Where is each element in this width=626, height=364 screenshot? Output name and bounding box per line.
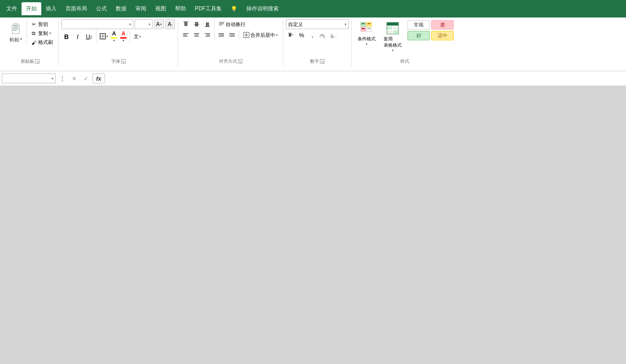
menu-item-formula[interactable]: 公式 <box>92 2 111 15</box>
svg-rect-47 <box>367 27 372 31</box>
clipboard-group-content: 粘贴 ▾ ✂ 剪切 ⧉ 复制 ▾ 🖌 格式刷 <box>4 19 56 56</box>
svg-rect-49 <box>362 28 365 29</box>
style-neutral-button[interactable]: 适中 <box>431 31 454 40</box>
menu-item-help[interactable]: 帮助 <box>171 2 190 15</box>
cut-button[interactable]: ✂ 剪切 <box>29 20 55 29</box>
merge-dropdown-icon: ▾ <box>276 33 278 37</box>
svg-rect-18 <box>206 22 207 26</box>
menu-item-pdf[interactable]: PDF工具集 <box>190 2 226 15</box>
format-painter-icon: 🖌 <box>31 39 37 46</box>
font-name-dropdown-icon: ▾ <box>129 22 131 26</box>
svg-rect-13 <box>195 22 197 24</box>
svg-rect-20 <box>219 22 224 22</box>
copy-label: 复制 <box>38 30 48 37</box>
decrease-decimal-button[interactable]: .0 .00→ <box>329 30 339 40</box>
currency-dropdown-icon: ▾ <box>291 33 293 37</box>
svg-rect-21 <box>219 23 223 24</box>
paste-button[interactable]: 粘贴 ▾ <box>4 19 27 45</box>
svg-rect-27 <box>195 35 198 35</box>
menu-item-view[interactable]: 视图 <box>151 2 171 15</box>
number-format-selector[interactable]: 自定义 ▾ <box>286 19 349 29</box>
number-group-label: 数字 ↘ <box>310 56 324 65</box>
merge-center-button[interactable]: 合并后居中 ▾ <box>241 30 280 40</box>
style-bad-button[interactable]: 差 <box>431 20 454 30</box>
svg-rect-9 <box>184 22 188 22</box>
confirm-formula-button[interactable]: ✓ <box>81 74 91 83</box>
increase-decimal-button[interactable]: .00 ←.0 <box>318 30 328 40</box>
clipboard-expand-icon[interactable]: ↘ <box>35 59 39 64</box>
table-style-button[interactable]: 套用 表格格式 ▾ <box>381 19 405 55</box>
comma-button[interactable]: , <box>307 30 317 40</box>
align-sep1 <box>214 19 215 29</box>
formula-input[interactable] <box>107 74 624 83</box>
increase-font-size-button[interactable]: A+ <box>154 19 164 29</box>
insert-function-button[interactable]: fx <box>92 74 105 83</box>
align-expand-icon[interactable]: ↘ <box>238 59 242 64</box>
wen-button[interactable]: 文 ▾ <box>132 32 142 42</box>
menu-item-review[interactable]: 审阅 <box>131 2 151 15</box>
format-painter-button[interactable]: 🖌 格式刷 <box>29 38 55 47</box>
percent-button[interactable]: % <box>297 30 306 40</box>
formula-bar-menu-button[interactable]: ⋮ <box>57 74 67 83</box>
style-row1: 常规 差 <box>407 20 454 30</box>
underline-button[interactable]: U ▾ <box>84 32 94 42</box>
auto-wrap-button[interactable]: 自动换行 <box>216 20 248 29</box>
font-size-selector[interactable]: ▾ <box>135 19 153 29</box>
align-left-button[interactable] <box>181 30 191 40</box>
decrease-indent-button[interactable] <box>216 30 226 40</box>
increase-indent-button[interactable] <box>227 30 237 40</box>
menu-item-insert[interactable]: 插入 <box>41 2 61 15</box>
cancel-formula-button[interactable]: ✕ <box>69 74 79 83</box>
align-top-button[interactable] <box>181 19 191 29</box>
font-name-selector[interactable]: ▾ <box>61 19 133 29</box>
font-expand-icon[interactable]: ↘ <box>121 59 126 64</box>
copy-dropdown-icon: ▾ <box>49 31 51 35</box>
menu-item-data[interactable]: 数据 <box>111 2 131 15</box>
copy-button[interactable]: ⧉ 复制 ▾ <box>29 29 55 38</box>
style-normal-button[interactable]: 常规 <box>407 20 430 30</box>
align-right-button[interactable] <box>202 30 212 40</box>
svg-rect-26 <box>194 33 199 34</box>
border-button[interactable]: ▾ <box>99 32 109 42</box>
menu-item-lightbulb[interactable]: 💡 <box>226 3 242 15</box>
ribbon-group-number: 自定义 ▾ ¥ ▾ % , .00 ←.0 <box>283 19 352 66</box>
align-group-content: 自动换行 <box>181 19 280 40</box>
number-expand-icon[interactable]: ↘ <box>320 59 324 64</box>
font-separator-1 <box>96 30 96 43</box>
menu-item-search[interactable]: 操作说明搜索 <box>242 2 283 15</box>
name-box[interactable]: ▾ <box>2 74 56 83</box>
bold-button[interactable]: B <box>61 32 71 42</box>
decrease-font-size-button[interactable]: A- <box>165 19 175 29</box>
font-color-button[interactable]: A ▾ <box>119 30 127 43</box>
menu-item-file[interactable]: 文件 <box>2 2 22 15</box>
font-row2: B I U ▾ ▾ <box>61 30 175 43</box>
merge-label: 合并后居中 <box>250 32 275 39</box>
align-middle-button[interactable] <box>192 19 201 29</box>
svg-rect-24 <box>183 35 187 35</box>
align-sep3 <box>239 30 239 40</box>
svg-rect-5 <box>13 30 17 31</box>
conditional-format-button[interactable]: 条件格式 ▾ <box>355 19 379 48</box>
currency-button[interactable]: ¥ ▾ <box>286 30 296 40</box>
svg-rect-44 <box>361 22 366 26</box>
svg-rect-34 <box>219 36 224 37</box>
align-center-button[interactable] <box>192 30 201 40</box>
svg-rect-25 <box>183 36 188 37</box>
align-row2: 合并后居中 ▾ <box>181 30 280 40</box>
svg-rect-52 <box>387 22 398 26</box>
align-bottom-button[interactable] <box>202 19 212 29</box>
style-good-button[interactable]: 好 <box>407 31 430 40</box>
italic-button[interactable]: I <box>73 32 83 42</box>
svg-rect-51 <box>368 28 371 29</box>
font-separator-2 <box>130 30 130 43</box>
svg-rect-17 <box>205 26 210 27</box>
svg-rect-33 <box>220 35 224 35</box>
menu-item-home[interactable]: 开始 <box>22 2 41 15</box>
number-group-content: 自定义 ▾ ¥ ▾ % , .00 ←.0 <box>286 19 349 40</box>
menu-item-page-layout[interactable]: 页面布局 <box>61 2 92 15</box>
svg-rect-50 <box>368 23 371 24</box>
svg-rect-35 <box>229 33 235 34</box>
svg-rect-3 <box>13 27 18 28</box>
cut-icon: ✂ <box>31 22 37 28</box>
fill-color-button[interactable]: A ▾ <box>110 30 118 43</box>
